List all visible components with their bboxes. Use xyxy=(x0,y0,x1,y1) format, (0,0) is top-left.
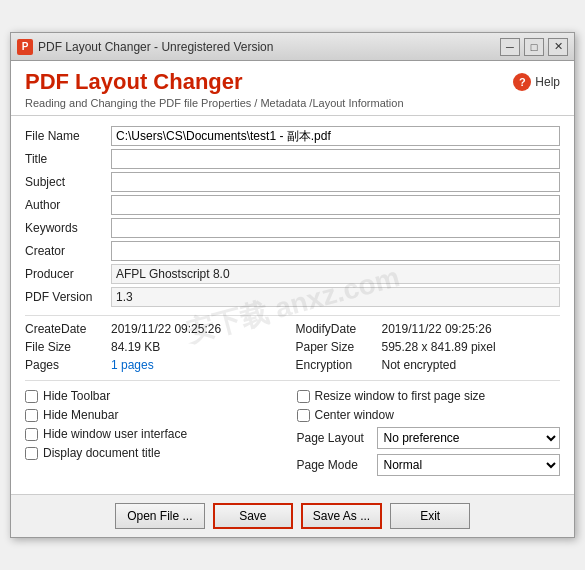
main-content: 安下载 anxz.com File Name Title Subject Aut… xyxy=(11,116,574,494)
modify-date-value: 2019/11/22 09:25:26 xyxy=(382,322,561,336)
subject-input[interactable] xyxy=(111,172,560,192)
modify-date-label: ModifyDate xyxy=(296,322,376,336)
creator-input[interactable] xyxy=(111,241,560,261)
producer-value: AFPL Ghostscript 8.0 xyxy=(111,264,560,284)
hide-menubar-label: Hide Menubar xyxy=(43,408,118,422)
encryption-value: Not encrypted xyxy=(382,358,561,372)
paper-size-label: Paper Size xyxy=(296,340,376,354)
file-name-input[interactable] xyxy=(111,126,560,146)
producer-label: Producer xyxy=(25,264,105,284)
page-layout-select[interactable]: No preference Single page Continuous Fac… xyxy=(377,427,561,449)
header-subtitle: Reading and Changing the PDF file Proper… xyxy=(25,97,560,109)
close-button[interactable]: ✕ xyxy=(548,38,568,56)
hide-window-ui-checkbox[interactable] xyxy=(25,428,38,441)
center-window-option[interactable]: Center window xyxy=(297,408,561,422)
main-window: P PDF Layout Changer - Unregistered Vers… xyxy=(10,32,575,538)
paper-size-value: 595.28 x 841.89 pixel xyxy=(382,340,561,354)
page-layout-label: Page Layout xyxy=(297,431,372,445)
save-as-button[interactable]: Save As ... xyxy=(301,503,382,529)
header: PDF Layout Changer ? Help Reading and Ch… xyxy=(11,61,574,116)
info-grid: CreateDate 2019/11/22 09:25:26 ModifyDat… xyxy=(25,315,560,372)
app-icon: P xyxy=(17,39,33,55)
header-title-row: PDF Layout Changer ? Help xyxy=(25,69,560,95)
center-window-checkbox[interactable] xyxy=(297,409,310,422)
author-label: Author xyxy=(25,195,105,215)
encryption-label: Encryption xyxy=(296,358,376,372)
open-file-button[interactable]: Open File ... xyxy=(115,503,205,529)
title-bar-left: P PDF Layout Changer - Unregistered Vers… xyxy=(17,39,273,55)
keywords-label: Keywords xyxy=(25,218,105,238)
hide-menubar-checkbox[interactable] xyxy=(25,409,38,422)
resize-window-option[interactable]: Resize window to first page size xyxy=(297,389,561,403)
help-icon: ? xyxy=(513,73,531,91)
pdf-version-value: 1.3 xyxy=(111,287,560,307)
title-label: Title xyxy=(25,149,105,169)
pages-value: 1 pages xyxy=(111,358,290,372)
hide-window-ui-label: Hide window user interface xyxy=(43,427,187,441)
exit-button[interactable]: Exit xyxy=(390,503,470,529)
hide-menubar-option[interactable]: Hide Menubar xyxy=(25,408,289,422)
resize-window-checkbox[interactable] xyxy=(297,390,310,403)
title-bar-controls: ─ □ ✕ xyxy=(500,38,568,56)
window-title: PDF Layout Changer - Unregistered Versio… xyxy=(38,40,273,54)
create-date-value: 2019/11/22 09:25:26 xyxy=(111,322,290,336)
help-label: Help xyxy=(535,75,560,89)
help-button[interactable]: ? Help xyxy=(513,73,560,91)
file-name-label: File Name xyxy=(25,126,105,146)
hide-toolbar-option[interactable]: Hide Toolbar xyxy=(25,389,289,403)
pdf-version-label: PDF Version xyxy=(25,287,105,307)
title-input[interactable] xyxy=(111,149,560,169)
footer: Open File ... Save Save As ... Exit xyxy=(11,494,574,537)
page-layout-row: Page Layout No preference Single page Co… xyxy=(297,427,561,449)
page-mode-select[interactable]: Normal Bookmarks panel Pages panel Full … xyxy=(377,454,561,476)
display-doc-title-checkbox[interactable] xyxy=(25,447,38,460)
app-title: PDF Layout Changer xyxy=(25,69,243,95)
page-mode-row: Page Mode Normal Bookmarks panel Pages p… xyxy=(297,454,561,476)
maximize-button[interactable]: □ xyxy=(524,38,544,56)
center-window-label: Center window xyxy=(315,408,394,422)
hide-toolbar-label: Hide Toolbar xyxy=(43,389,110,403)
keywords-input[interactable] xyxy=(111,218,560,238)
subject-label: Subject xyxy=(25,172,105,192)
save-button[interactable]: Save xyxy=(213,503,293,529)
file-size-value: 84.19 KB xyxy=(111,340,290,354)
resize-window-label: Resize window to first page size xyxy=(315,389,486,403)
form-grid: File Name Title Subject Author Keywords … xyxy=(25,126,560,307)
pages-label: Pages xyxy=(25,358,105,372)
display-doc-title-label: Display document title xyxy=(43,446,160,460)
file-size-label: File Size xyxy=(25,340,105,354)
hide-window-ui-option[interactable]: Hide window user interface xyxy=(25,427,289,441)
creator-label: Creator xyxy=(25,241,105,261)
minimize-button[interactable]: ─ xyxy=(500,38,520,56)
author-input[interactable] xyxy=(111,195,560,215)
display-doc-title-option[interactable]: Display document title xyxy=(25,446,289,460)
page-mode-label: Page Mode xyxy=(297,458,372,472)
options-section: Hide Toolbar Hide Menubar Hide window us… xyxy=(25,380,560,476)
hide-toolbar-checkbox[interactable] xyxy=(25,390,38,403)
title-bar: P PDF Layout Changer - Unregistered Vers… xyxy=(11,33,574,61)
create-date-label: CreateDate xyxy=(25,322,105,336)
